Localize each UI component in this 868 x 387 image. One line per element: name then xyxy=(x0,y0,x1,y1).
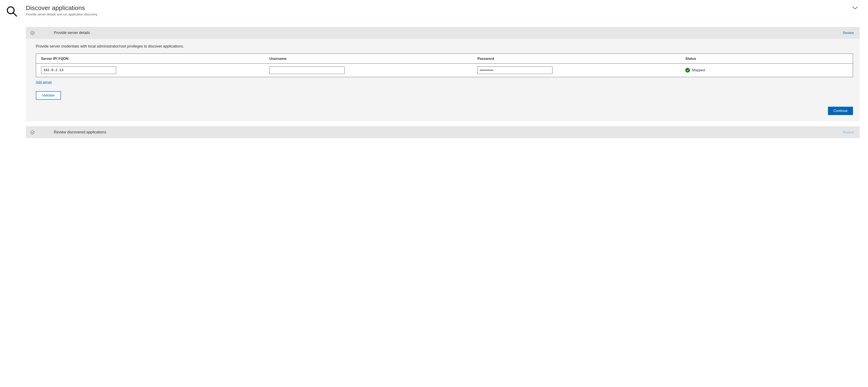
step1-review-link[interactable]: Review xyxy=(843,31,854,35)
status-text: Mapped xyxy=(692,68,705,72)
step2-header[interactable]: Review discovered applications Review xyxy=(26,126,860,138)
svg-point-3 xyxy=(31,130,34,134)
step1-body: Provide server credentials with local ad… xyxy=(26,39,860,121)
search-icon xyxy=(4,4,19,17)
checkmark-circle-icon xyxy=(30,130,35,134)
page-subtitle: Provide server details and run applicati… xyxy=(26,12,845,16)
status-success-icon xyxy=(685,68,690,72)
step2-review-link[interactable]: Review xyxy=(843,130,854,134)
col-password: Password xyxy=(477,57,680,61)
col-server: Server IP/ FQDN xyxy=(41,57,265,61)
svg-line-1 xyxy=(13,13,17,16)
step2-title: Review discovered applications xyxy=(35,130,843,134)
username-input[interactable] xyxy=(270,66,344,74)
chevron-down-icon[interactable] xyxy=(852,4,860,10)
col-username: Username xyxy=(270,57,472,61)
server-table: Server IP/ FQDN Username Password Status xyxy=(36,54,853,77)
page-title: Discover applications xyxy=(26,4,845,12)
svg-point-2 xyxy=(31,31,34,35)
add-server-link[interactable]: Add server xyxy=(36,80,52,84)
server-ip-input[interactable] xyxy=(41,66,116,74)
table-row: Mapped xyxy=(36,64,853,77)
continue-button[interactable]: Continue xyxy=(828,107,853,115)
step1-header[interactable]: Provide server details Review xyxy=(26,27,860,39)
col-status: Status xyxy=(685,57,848,61)
checkmark-circle-icon xyxy=(30,31,35,35)
password-input[interactable] xyxy=(477,66,553,74)
step1-title: Provide server details xyxy=(35,31,843,35)
validate-button[interactable]: Validate xyxy=(36,91,61,100)
step1-instruction: Provide server credentials with local ad… xyxy=(36,44,853,49)
